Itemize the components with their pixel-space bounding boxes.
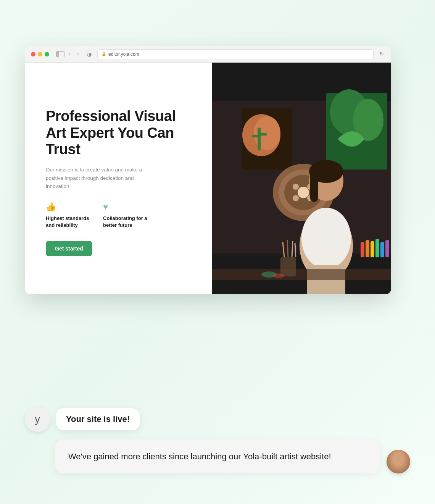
lock-icon: 🔒 <box>102 52 106 56</box>
feature-item-2: ♥ Collaborating for a better future <box>103 202 149 229</box>
svg-rect-27 <box>371 241 374 257</box>
browser-window: ‹ › ◑ 🔒 editor.yola.com ↻ Professional V… <box>25 46 391 294</box>
get-started-button[interactable]: Get started <box>46 241 92 256</box>
close-button[interactable] <box>31 52 35 57</box>
url-text: editor.yola.com <box>108 52 139 57</box>
svg-rect-28 <box>375 239 379 257</box>
svg-point-15 <box>293 184 299 190</box>
thumbs-up-icon: 👍 <box>46 202 92 212</box>
minimize-button[interactable] <box>38 52 42 57</box>
back-button[interactable]: ‹ <box>66 51 73 58</box>
svg-point-14 <box>298 187 309 198</box>
svg-point-18 <box>293 195 299 201</box>
svg-rect-8 <box>258 128 261 150</box>
heart-icon: ♥ <box>103 202 149 212</box>
left-panel: Professional Visual Art Expert You Can T… <box>25 63 212 294</box>
hero-title: Professional Visual Art Expert You Can T… <box>46 108 193 158</box>
chat-section: y Your site is live! We've gained more c… <box>25 407 410 473</box>
chat-row-2: We've gained more clients since launchin… <box>55 439 410 473</box>
reload-button[interactable]: ↻ <box>378 51 385 58</box>
chat-row-1: y Your site is live! <box>25 407 410 432</box>
yola-letter: y <box>35 413 40 425</box>
feature-item-1: 👍 Highest standards and reliability <box>46 202 92 229</box>
address-bar[interactable]: 🔒 editor.yola.com <box>97 49 374 59</box>
browser-controls: ‹ › <box>56 51 81 58</box>
traffic-lights <box>31 52 49 57</box>
svg-rect-29 <box>380 242 384 257</box>
svg-line-36 <box>295 243 296 257</box>
svg-line-34 <box>287 240 288 257</box>
chat-message-1: Your site is live! <box>66 414 130 424</box>
browser-chrome: ‹ › ◑ 🔒 editor.yola.com ↻ <box>25 46 391 63</box>
forward-button[interactable]: › <box>74 51 81 58</box>
svg-rect-26 <box>366 240 369 257</box>
sidebar-toggle-icon[interactable] <box>56 51 64 57</box>
browser-content: Professional Visual Art Expert You Can T… <box>25 63 391 294</box>
chat-bubble-1: Your site is live! <box>56 408 140 430</box>
chat-message-2: We've gained more clients since launchin… <box>68 450 367 463</box>
hero-subtitle: Our mission is to create value and make … <box>46 166 153 191</box>
svg-point-38 <box>273 273 284 278</box>
svg-rect-30 <box>385 240 389 257</box>
yola-avatar: y <box>25 407 50 432</box>
svg-rect-31 <box>212 269 391 280</box>
svg-line-35 <box>292 241 293 257</box>
svg-rect-9 <box>252 135 259 137</box>
user-avatar <box>387 450 410 473</box>
svg-rect-32 <box>280 257 296 276</box>
right-panel: Uns... Unsplash+ Unsplash+ Unsplash+ Uns… <box>212 63 391 294</box>
svg-rect-23 <box>310 171 318 202</box>
artist-scene-svg <box>212 63 391 294</box>
svg-rect-25 <box>361 242 364 257</box>
fullscreen-button[interactable] <box>45 52 49 57</box>
theme-icon[interactable]: ◑ <box>86 51 93 58</box>
svg-rect-10 <box>259 133 267 136</box>
hero-image: Uns... Unsplash+ Unsplash+ Unsplash+ Uns… <box>212 63 391 294</box>
svg-point-20 <box>301 208 351 269</box>
chat-bubble-2: We've gained more clients since launchin… <box>55 439 380 473</box>
feature-row: 👍 Highest standards and reliability ♥ Co… <box>46 202 193 229</box>
feature-label-1: Highest standards and reliability <box>46 215 92 229</box>
user-avatar-image <box>387 450 410 473</box>
feature-label-2: Collaborating for a better future <box>103 215 149 229</box>
